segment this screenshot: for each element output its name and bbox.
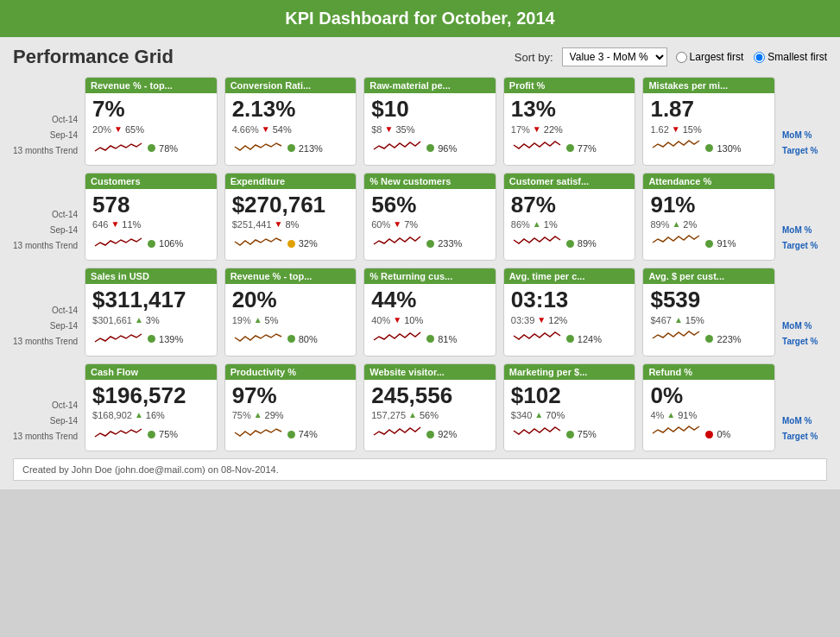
- kpi-card-r0-c2: Raw-material pe... $10 $8 ▼ 35% 96%: [363, 77, 496, 166]
- sep-pct: 15%: [683, 122, 702, 137]
- sep-pct: 91%: [678, 407, 697, 423]
- target-label: Target %: [782, 143, 827, 159]
- kpi-main-value: 7%: [92, 97, 210, 122]
- trend-dot: [426, 335, 434, 343]
- trend-dot: [148, 144, 155, 152]
- sort-label: Sort by:: [515, 51, 553, 64]
- sep-pct: 15%: [685, 312, 704, 328]
- kpi-body: 97% 75% ▲ 29% 74%: [225, 380, 357, 445]
- trend-row: 78%: [92, 139, 210, 158]
- kpi-main-value: $270,761: [232, 192, 350, 218]
- kpi-sep-row: 86% ▲ 1%: [511, 217, 628, 232]
- kpi-title: Avg. time per c...: [504, 268, 635, 284]
- trend-dot: [566, 335, 574, 343]
- kpi-card-r1-c1: Expenditure $270,761 $251,441 ▼ 8% 32%: [224, 173, 357, 262]
- sep-pct: 56%: [420, 407, 439, 423]
- trend-pct: 78%: [159, 143, 178, 154]
- trend-dot: [148, 335, 155, 343]
- trend-chart: [371, 234, 423, 253]
- header: KPI Dashboard for October, 2014: [0, 0, 840, 37]
- kpi-title: Mistakes per mi...: [643, 78, 774, 93]
- radio-smallest[interactable]: Smallest first: [754, 51, 827, 63]
- kpi-main-value: $311,417: [92, 287, 210, 312]
- kpi-main-value: 03:13: [511, 287, 628, 312]
- kpi-title: Cash Flow: [85, 364, 217, 380]
- radio-largest[interactable]: Largest first: [676, 51, 744, 63]
- kpi-title: Refund %: [643, 364, 774, 380]
- trend-row: 130%: [650, 139, 767, 158]
- trend-pct: 77%: [578, 143, 597, 154]
- trend-pct: 223%: [717, 334, 741, 344]
- arrow-up-icon: ▲: [254, 407, 262, 423]
- radio-smallest-label: Smallest first: [767, 51, 827, 63]
- kpi-main-value: $539: [650, 287, 767, 312]
- sep-value: $301,661: [92, 312, 132, 328]
- kpi-sep-row: 646 ▼ 11%: [92, 217, 210, 232]
- kpi-sep-row: 75% ▲ 29%: [232, 407, 350, 423]
- arrow-up-icon: ▲: [666, 407, 675, 423]
- kpi-body: 7% 20% ▼ 65% 78%: [85, 93, 217, 158]
- kpi-main-value: 44%: [371, 287, 489, 312]
- sep-pct: 11%: [122, 217, 141, 232]
- kpi-main-value: 20%: [232, 287, 350, 312]
- trend-pct: 81%: [438, 334, 457, 344]
- sep-label: Sep-14: [13, 223, 78, 238]
- sep-value: 60%: [371, 217, 390, 232]
- trend-row: 223%: [650, 330, 767, 349]
- sep-value: 86%: [511, 217, 530, 232]
- sep-value: 4.66%: [232, 122, 259, 137]
- trend-pct: 124%: [578, 334, 602, 344]
- trend-chart: [650, 330, 702, 349]
- kpi-card-r1-c2: % New customers 56% 60% ▼ 7% 233%: [363, 173, 496, 262]
- trend-pct: 75%: [159, 429, 178, 439]
- sep-value: 75%: [232, 407, 251, 423]
- kpi-card-r2-c4: Avg. $ per cust... $539 $467 ▲ 15% 223%: [642, 268, 775, 356]
- kpi-main-value: 2.13%: [232, 97, 350, 122]
- kpi-card-r0-c3: Profit % 13% 17% ▼ 22% 77%: [503, 77, 636, 166]
- kpi-body: $102 $340 ▲ 70% 75%: [504, 380, 635, 445]
- trend-pct: 106%: [159, 238, 183, 249]
- trend-pct: 92%: [438, 429, 457, 439]
- kpi-main-value: $196,572: [92, 383, 210, 408]
- trend-chart: [650, 234, 702, 253]
- trend-row: 139%: [92, 330, 210, 349]
- kpi-body: 578 646 ▼ 11% 106%: [85, 189, 217, 254]
- trend-row: 0%: [650, 425, 767, 444]
- kpi-main-value: 91%: [650, 192, 767, 218]
- trend-chart: [511, 234, 563, 253]
- arrow-up-icon: ▲: [533, 217, 541, 232]
- kpi-card-r1-c4: Attendance % 91% 89% ▲ 2% 91%: [642, 173, 775, 262]
- kpi-main-value: 0%: [650, 383, 767, 408]
- kpi-body: 87% 86% ▲ 1% 89%: [504, 189, 635, 254]
- kpi-sep-row: 4.66% ▼ 54%: [232, 122, 350, 137]
- arrow-up-icon: ▲: [674, 312, 683, 328]
- trend-dot: [287, 335, 295, 343]
- trend-chart: [232, 234, 284, 253]
- trend-label: 13 months Trend: [13, 429, 78, 445]
- kpi-main-value: 1.87: [650, 97, 767, 122]
- main-container: Performance Grid Sort by: Value 3 - MoM …: [0, 37, 840, 489]
- trend-dot: [705, 431, 713, 438]
- kpi-title: Conversion Rati...: [225, 78, 357, 93]
- sep-pct: 16%: [146, 407, 165, 423]
- trend-dot: [705, 335, 713, 343]
- trend-pct: 233%: [438, 238, 462, 249]
- kpi-body: 0% 4% ▲ 91% 0%: [643, 380, 774, 445]
- kpi-card-r2-c2: % Returning cus... 44% 40% ▼ 10% 81%: [363, 268, 496, 356]
- kpi-title: % Returning cus...: [364, 268, 496, 284]
- sep-value: 4%: [650, 407, 664, 423]
- target-label: Target %: [782, 238, 827, 254]
- kpi-title: Marketing per $...: [504, 364, 635, 380]
- trend-row: 89%: [511, 234, 628, 253]
- arrow-down-icon: ▼: [533, 122, 541, 137]
- kpi-card-r0-c0: Revenue % - top... 7% 20% ▼ 65% 78%: [85, 77, 218, 166]
- kpi-sep-row: 19% ▲ 5%: [232, 312, 350, 328]
- trend-row: 81%: [371, 330, 489, 349]
- sort-select[interactable]: Value 3 - MoM %: [562, 47, 667, 66]
- trend-chart: [511, 139, 563, 158]
- kpi-card-r2-c3: Avg. time per c... 03:13 03:39 ▼ 12% 124…: [503, 268, 636, 356]
- perf-header: Performance Grid Sort by: Value 3 - MoM …: [13, 46, 827, 68]
- kpi-card-r3-c0: Cash Flow $196,572 $168,902 ▲ 16% 75%: [85, 363, 218, 452]
- sep-value: 157,275: [371, 407, 406, 423]
- trend-row: 75%: [511, 425, 628, 444]
